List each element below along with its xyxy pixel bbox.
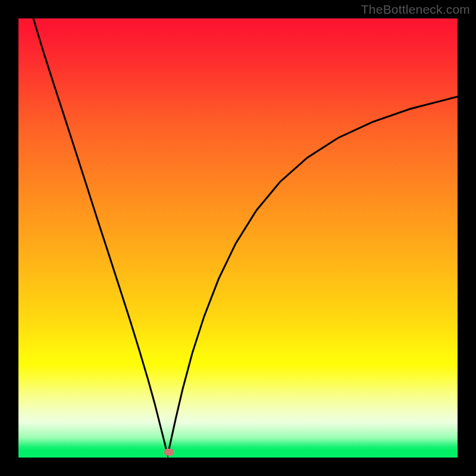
chart-frame: TheBottleneck.com [0, 0, 476, 476]
plot-area [18, 18, 458, 458]
minimum-marker [164, 449, 174, 456]
curve-path [33, 18, 458, 455]
bottleneck-curve [18, 18, 458, 458]
watermark-text: TheBottleneck.com [361, 2, 470, 17]
